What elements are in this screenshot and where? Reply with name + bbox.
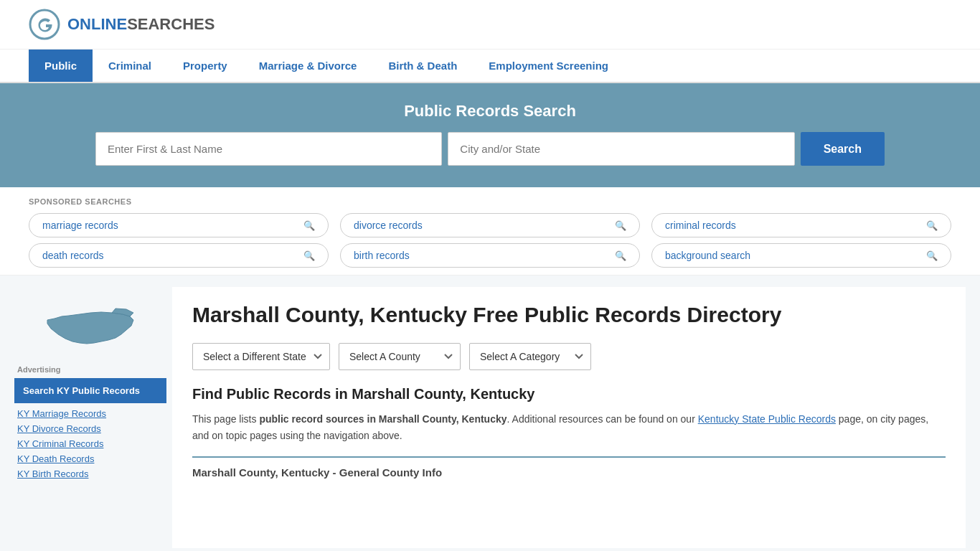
sidebar-link-divorce[interactable]: KY Divorce Records <box>14 421 166 436</box>
dropdowns-row: Select a Different State Select A County… <box>192 343 946 370</box>
nav-employment[interactable]: Employment Screening <box>473 50 624 82</box>
search-button[interactable]: Search <box>801 132 885 166</box>
location-search-input[interactable] <box>448 132 794 166</box>
sidebar-link-criminal[interactable]: KY Criminal Records <box>14 436 166 451</box>
county-dropdown[interactable]: Select A County <box>339 343 461 370</box>
search-icon-3: 🔍 <box>926 220 938 231</box>
advertising-label: Advertising <box>14 365 166 374</box>
sponsored-tag-birth[interactable]: birth records 🔍 <box>340 243 640 268</box>
county-info-title: Marshall County, Kentucky - General Coun… <box>192 456 946 479</box>
search-icon-6: 🔍 <box>926 250 938 261</box>
main-content: Marshall County, Kentucky Free Public Re… <box>172 287 966 548</box>
sponsored-tag-background[interactable]: background search 🔍 <box>651 243 951 268</box>
kentucky-map-svg <box>44 298 137 356</box>
header: ONLINESEARCHES <box>0 0 980 50</box>
find-description: This page lists public record sources in… <box>192 411 946 446</box>
sidebar-ad-box[interactable]: Search KY Public Records <box>14 378 166 403</box>
nav-birth-death[interactable]: Birth & Death <box>372 50 473 82</box>
sponsored-tag-marriage[interactable]: marriage records 🔍 <box>29 213 329 237</box>
category-dropdown[interactable]: Select A Category <box>469 343 591 370</box>
sponsored-tag-divorce[interactable]: divorce records 🔍 <box>340 213 640 237</box>
search-banner: Public Records Search Search <box>0 83 980 187</box>
search-banner-title: Public Records Search <box>29 102 951 121</box>
ky-records-link[interactable]: Kentucky State Public Records <box>698 413 836 425</box>
sidebar-link-marriage[interactable]: KY Marriage Records <box>14 406 166 421</box>
nav-property[interactable]: Property <box>167 50 243 82</box>
svg-point-0 <box>30 10 59 39</box>
sponsored-tag-criminal[interactable]: criminal records 🔍 <box>651 213 951 237</box>
nav-criminal[interactable]: Criminal <box>93 50 167 82</box>
main-nav: Public Criminal Property Marriage & Divo… <box>0 50 980 83</box>
sidebar: Advertising Search KY Public Records KY … <box>14 276 172 548</box>
search-icon-2: 🔍 <box>615 220 626 231</box>
state-dropdown[interactable]: Select a Different State <box>192 343 330 370</box>
sidebar-link-birth[interactable]: KY Birth Records <box>14 466 166 481</box>
sponsored-label: SPONSORED SEARCHES <box>29 197 951 206</box>
search-icon-5: 🔍 <box>615 250 626 261</box>
search-icon-4: 🔍 <box>303 250 315 261</box>
search-icon-1: 🔍 <box>303 220 315 231</box>
logo-icon <box>29 9 60 40</box>
sponsored-section: SPONSORED SEARCHES marriage records 🔍 di… <box>0 187 980 276</box>
page-title: Marshall County, Kentucky Free Public Re… <box>192 301 946 329</box>
find-title: Find Public Records in Marshall County, … <box>192 386 946 402</box>
nav-public[interactable]: Public <box>29 50 93 82</box>
logo[interactable]: ONLINESEARCHES <box>29 9 215 40</box>
state-map <box>14 287 166 365</box>
logo-text: ONLINESEARCHES <box>67 17 215 32</box>
sidebar-link-death[interactable]: KY Death Records <box>14 451 166 466</box>
name-search-input[interactable] <box>95 132 442 166</box>
nav-marriage-divorce[interactable]: Marriage & Divorce <box>243 50 373 82</box>
sponsored-tag-death[interactable]: death records 🔍 <box>29 243 329 268</box>
